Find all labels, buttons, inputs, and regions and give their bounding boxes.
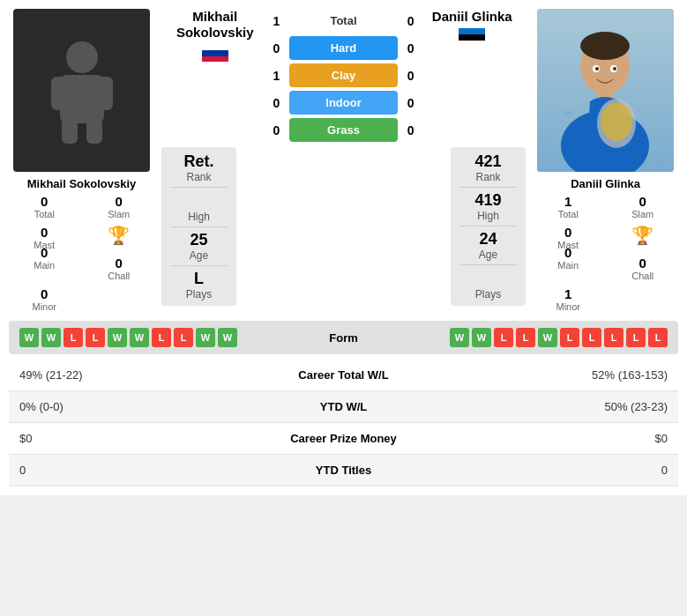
surface-area: 1 Total 0 0 Hard 0 1 Clay 0	[268, 9, 418, 142]
player1-chall: 0 Chall	[84, 256, 155, 281]
p2-career-wl: 52% (163-153)	[432, 368, 668, 382]
player1-trophy-icon: 🏆	[108, 225, 130, 246]
main-container: Mikhail Sokolovskiy 0 Total 0 Slam 0 Mas…	[0, 0, 687, 495]
form-label: Form	[317, 331, 370, 345]
p2-ytd-wl: 50% (23-23)	[432, 400, 668, 413]
player2-main: 0 Main	[533, 245, 604, 281]
p1-prize-money: $0	[19, 432, 256, 445]
grass-label: Grass	[289, 118, 397, 142]
player2-plays-stat: Plays	[475, 269, 501, 301]
player2-photo-svg: NK	[537, 9, 674, 172]
p2-form-9: L	[626, 328, 646, 347]
p1-ytd-titles: 0	[19, 464, 256, 477]
player1-name: Mikhail Sokolovskiy	[27, 177, 137, 190]
p1-ytd-wl: 0% (0-0)	[19, 400, 256, 413]
p1-form-8: L	[174, 328, 193, 347]
indoor-label: Indoor	[289, 91, 397, 115]
p1-form-9: W	[196, 328, 215, 347]
career-wl-row: 49% (21-22) Career Total W/L 52% (163-15…	[9, 360, 678, 391]
player1-rank-stat: Ret. Rank	[183, 152, 213, 183]
player1-form: W W L L W W L L W W	[19, 328, 310, 347]
player2-form: W W L L W L L L L L	[377, 328, 668, 347]
hard-row: 0 Hard 0	[268, 36, 418, 60]
player2-name: Daniil Glinka	[571, 177, 640, 190]
svg-point-22	[595, 67, 599, 71]
player1-main: 0 Main	[9, 245, 80, 281]
player1-trophy-icon-cell: 🏆	[84, 225, 155, 250]
p1-name-center: MikhailSokolovskiy	[161, 9, 268, 65]
svg-rect-5	[86, 119, 102, 144]
player1-rank-panel: Ret. Rank High 25 Age L	[161, 147, 236, 306]
clay-row: 1 Clay 0	[268, 63, 418, 87]
player1-panel: Mikhail Sokolovskiy 0 Total 0 Slam 0 Mas…	[9, 9, 154, 312]
player2-rank-stat: 421 Rank	[474, 152, 501, 183]
estonia-flag-icon	[459, 28, 485, 46]
player2-rank-panel: 421 Rank 419 High 24 Age	[451, 147, 526, 306]
ytd-titles-row: 0 YTD Titles 0	[9, 455, 678, 486]
grass-row: 0 Grass 0	[268, 118, 418, 142]
stats-rows: 49% (21-22) Career Total W/L 52% (163-15…	[9, 360, 678, 486]
ytd-wl-row: 0% (0-0) YTD W/L 50% (23-23)	[9, 391, 678, 423]
prize-money-label: Career Prize Money	[256, 432, 432, 445]
player1-plays-stat: L Plays	[186, 270, 212, 301]
svg-rect-11	[459, 41, 485, 46]
total-row: 1 Total 0	[268, 9, 418, 33]
ytd-wl-label: YTD W/L	[256, 400, 432, 413]
p2-form-3: L	[494, 328, 513, 347]
player2-panel: NK Daniil Glinka 1 Total 0	[533, 9, 678, 312]
p1-form-2: W	[41, 328, 61, 347]
svg-rect-3	[93, 77, 113, 110]
russia-flag-icon	[202, 44, 228, 62]
svg-point-15	[580, 32, 630, 60]
player1-silhouette	[42, 38, 122, 144]
player2-total: 1 Total	[533, 194, 604, 219]
form-section: W W L L W W L L W W Form W W L L W L L L…	[9, 321, 678, 354]
career-wl-label: Career Total W/L	[256, 368, 432, 382]
p2-form-6: L	[560, 328, 579, 347]
p1-form-3: L	[63, 328, 83, 347]
p2-form-10: L	[648, 328, 668, 347]
ytd-titles-label: YTD Titles	[256, 464, 432, 477]
p1-form-5: W	[108, 328, 127, 347]
player2-high-stat: 419 High	[474, 191, 501, 222]
p2-ytd-titles: 0	[432, 464, 668, 477]
svg-rect-7	[202, 50, 228, 56]
svg-rect-2	[51, 77, 71, 110]
top-section: Mikhail Sokolovskiy 0 Total 0 Slam 0 Mas…	[9, 9, 678, 312]
p2-prize-money: $0	[432, 432, 668, 445]
player1-photo	[13, 9, 150, 172]
p2-name-center: Daniil Glinka	[419, 9, 526, 49]
player2-chall: 0 Chall	[608, 256, 679, 281]
p2-form-4: L	[516, 328, 535, 347]
p1-form-6: W	[130, 328, 149, 347]
surface-spacer	[240, 147, 447, 306]
player2-trophy-icon: 🏆	[631, 225, 653, 246]
svg-rect-10	[459, 34, 485, 41]
p2-form-5: W	[538, 328, 557, 347]
lower-stats-row: Ret. Rank High 25 Age L	[161, 147, 526, 306]
player1-age-stat: 25 Age	[190, 231, 208, 262]
indoor-row: 0 Indoor 0	[268, 91, 418, 115]
player1-high-stat: High	[188, 191, 210, 223]
p1-form-4: L	[86, 328, 105, 347]
prize-money-row: $0 Career Prize Money $0	[9, 423, 678, 455]
player1-slam: 0 Slam	[84, 194, 155, 219]
player2-photo: NK	[537, 9, 674, 172]
p2-form-7: L	[582, 328, 601, 347]
comparison-middle: MikhailSokolovskiy 1 Total	[161, 9, 526, 312]
player2-trophy-icon-cell: 🏆	[608, 225, 679, 250]
player2-slam: 0 Slam	[608, 194, 679, 219]
p1-form-1: W	[19, 328, 39, 347]
p2-form-8: L	[604, 328, 624, 347]
hard-label: Hard	[289, 36, 397, 60]
player2-age-stat: 24 Age	[479, 230, 497, 261]
svg-rect-4	[62, 119, 78, 144]
svg-point-18	[601, 102, 632, 141]
svg-text:NK: NK	[564, 108, 574, 116]
p1-form-7: L	[152, 328, 171, 347]
player1-total: 0 Total	[9, 194, 80, 219]
p2-form-2: W	[472, 328, 491, 347]
player1-stats: 0 Total 0 Slam 0 Mast 🏆 0 Main	[9, 194, 154, 312]
p1-career-wl: 49% (21-22)	[19, 368, 256, 382]
svg-rect-9	[459, 28, 485, 34]
